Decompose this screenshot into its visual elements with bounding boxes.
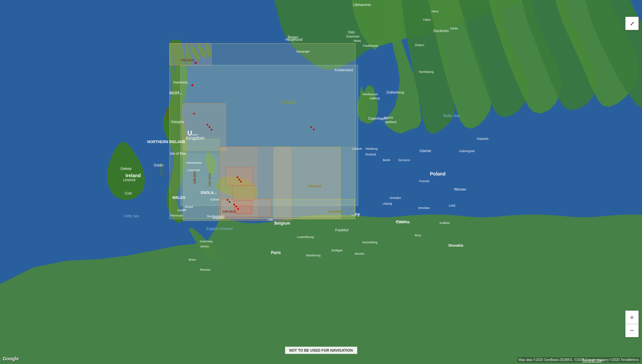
warning-text: NOT TO BE USED FOR NAVIGATION — [289, 348, 353, 352]
svg-text:English Channel: English Channel — [206, 227, 233, 231]
svg-text:Munich: Munich — [355, 252, 364, 255]
svg-text:...ny: ...ny — [351, 212, 360, 217]
svg-text:Brno: Brno — [415, 234, 421, 237]
svg-text:Rostock: Rostock — [365, 153, 376, 156]
svg-text:Belgium: Belgium — [274, 221, 290, 226]
svg-text:Guernsey: Guernsey — [200, 240, 213, 243]
svg-point-51 — [195, 62, 197, 64]
svg-text:Berlin: Berlin — [383, 158, 390, 162]
attribution-text: Map data ©2020 GeoBasis-DE/BKG, ©2020 Go… — [519, 358, 639, 362]
svg-text:Ireland: Ireland — [125, 173, 141, 178]
svg-text:C25-2019: C25-2019 — [208, 173, 211, 187]
svg-text:Łódź: Łódź — [449, 204, 456, 207]
svg-text:Gävle: Gävle — [450, 27, 458, 30]
svg-point-58 — [239, 179, 240, 180]
svg-text:Baltic Sea: Baltic Sea — [443, 114, 460, 118]
svg-text:Oslo: Oslo — [348, 30, 355, 34]
svg-text:Szczecin: Szczecin — [398, 158, 410, 162]
svg-text:Lübeck: Lübeck — [352, 147, 362, 150]
svg-rect-50 — [236, 206, 251, 214]
svg-text:C30-2019: C30-2019 — [222, 210, 236, 213]
svg-text:Strasbourg: Strasbourg — [306, 254, 320, 257]
svg-text:Moss: Moss — [354, 39, 361, 42]
svg-text:C70-2018: C70-2018 — [328, 210, 341, 213]
navigation-warning: NOT TO BE USED FOR NAVIGATION — [285, 347, 357, 354]
svg-text:Örebro: Örebro — [415, 43, 424, 47]
svg-text:Rennes: Rennes — [200, 268, 211, 271]
svg-text:Kraków: Kraków — [440, 221, 450, 225]
svg-text:Cardiff: Cardiff — [177, 209, 186, 212]
svg-text:Gdańsk: Gdańsk — [420, 149, 431, 153]
svg-text:Drammen: Drammen — [346, 35, 360, 38]
svg-text:Malmö: Malmö — [384, 116, 393, 119]
svg-point-54 — [207, 124, 208, 126]
svg-rect-47 — [226, 167, 253, 186]
svg-text:WALES: WALES — [172, 196, 185, 200]
svg-text:Warsaw: Warsaw — [454, 188, 466, 191]
svg-text:Brighton: Brighton — [213, 216, 224, 220]
svg-point-64 — [238, 208, 239, 210]
svg-text:SCOT...: SCOT... — [169, 91, 182, 95]
svg-text:Paris: Paris — [271, 250, 281, 255]
map-attribution: Map data ©2020 GeoBasis-DE/BKG, ©2020 Go… — [517, 357, 640, 362]
svg-text:Lillehammer: Lillehammer — [353, 3, 371, 7]
svg-text:Luxembourg: Luxembourg — [297, 235, 314, 239]
svg-text:Mora: Mora — [432, 10, 439, 13]
svg-point-59 — [240, 181, 242, 183]
fullscreen-icon: ⤢ — [630, 20, 634, 27]
svg-point-57 — [237, 176, 239, 178]
svg-point-65 — [227, 199, 228, 201]
svg-text:Cork: Cork — [125, 192, 132, 195]
svg-text:Kingdom: Kingdom — [186, 135, 204, 141]
svg-text:NORTHERN IRELAND: NORTHERN IRELAND — [147, 140, 185, 144]
zoom-controls: + − — [625, 311, 639, 337]
fullscreen-button[interactable]: ⤢ — [625, 17, 639, 30]
svg-text:Nuremberg: Nuremberg — [362, 241, 377, 244]
google-label: Google — [3, 356, 19, 361]
svg-text:Klaipeda: Klaipeda — [477, 137, 488, 140]
svg-text:Bristol: Bristol — [185, 205, 193, 209]
svg-point-56 — [211, 129, 212, 131]
svg-text:Vendsyssel: Vendsyssel — [362, 93, 378, 96]
svg-text:Frankfurt: Frankfurt — [335, 228, 349, 232]
svg-text:C29-2019: C29-2019 — [166, 107, 169, 120]
svg-rect-48 — [233, 186, 254, 201]
svg-point-63 — [236, 206, 237, 208]
svg-text:Inverness: Inverness — [173, 81, 188, 84]
svg-point-53 — [193, 113, 195, 115]
svg-text:Slovakia: Slovakia — [448, 243, 464, 247]
svg-text:ENGLA...: ENGLA... — [201, 191, 217, 195]
google-brand: Google — [3, 356, 19, 361]
svg-text:Jersey: Jersey — [200, 245, 209, 248]
svg-text:Stavanger: Stavanger — [296, 50, 310, 53]
svg-text:Norrköping: Norrköping — [419, 70, 434, 74]
svg-text:Kristiansand: Kristiansand — [335, 68, 353, 72]
svg-text:Wrocław: Wrocław — [418, 206, 430, 210]
svg-text:Celtic Sea: Celtic Sea — [124, 214, 139, 218]
map-svg: C68-2019 C70-2018 C29-2019 C48-2019 C7x-… — [0, 0, 642, 364]
svg-text:Poznań: Poznań — [419, 179, 430, 183]
svg-text:Falun: Falun — [423, 18, 431, 21]
zoom-out-button[interactable]: − — [625, 324, 639, 337]
svg-text:Plymouth: Plymouth — [170, 214, 183, 217]
svg-point-66 — [229, 201, 231, 203]
svg-text:Hamburg: Hamburg — [365, 147, 378, 150]
svg-point-61 — [313, 129, 315, 130]
svg-text:Dresden: Dresden — [390, 196, 401, 200]
svg-point-62 — [234, 204, 235, 206]
svg-text:Brest: Brest — [189, 258, 196, 261]
svg-text:Stuttgart: Stuttgart — [331, 249, 343, 252]
svg-text:Kaliningrad: Kaliningrad — [459, 149, 474, 153]
svg-text:C7x-2018: C7x-2018 — [168, 171, 171, 185]
svg-point-60 — [310, 126, 312, 128]
svg-text:Leipzig: Leipzig — [382, 202, 392, 205]
svg-text:Galway: Galway — [120, 167, 131, 170]
zoom-in-button[interactable]: + — [625, 311, 639, 324]
svg-text:C69-2018: C69-2018 — [193, 170, 196, 184]
svg-text:Aalborg: Aalborg — [369, 97, 380, 100]
svg-text:Limerick: Limerick — [123, 178, 136, 182]
svg-text:Oxford: Oxford — [210, 198, 219, 201]
map-container[interactable]: C68-2019 C70-2018 C29-2019 C48-2019 C7x-… — [0, 0, 642, 364]
terms-link[interactable]: Terms of Use — [582, 359, 602, 362]
svg-point-55 — [209, 126, 210, 128]
